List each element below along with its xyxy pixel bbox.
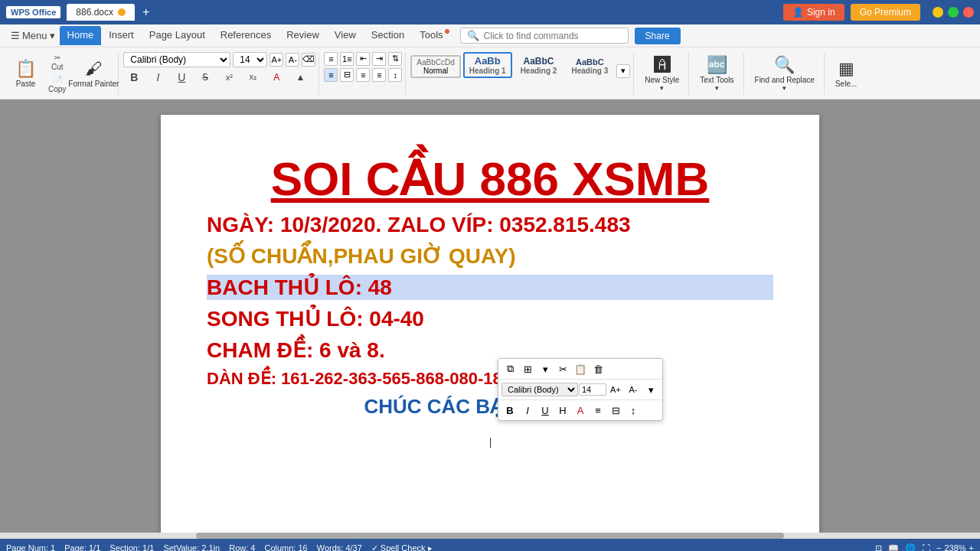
zoom-controls: − 238% + bbox=[936, 543, 974, 551]
style-normal[interactable]: AaBbCcDd Normal bbox=[410, 55, 460, 78]
font-size-select[interactable]: 14 bbox=[233, 52, 267, 67]
mini-delete-button[interactable]: 🗑 bbox=[590, 360, 606, 377]
style-heading1[interactable]: AaBb Heading 1 bbox=[463, 52, 512, 78]
underline-button[interactable]: U bbox=[171, 70, 192, 85]
style-heading3[interactable]: AaBbC Heading 3 bbox=[565, 54, 614, 78]
spell-check-area[interactable]: ✓ Spell Check ▸ bbox=[371, 543, 433, 552]
font-name-select[interactable]: Calibri (Body) bbox=[123, 52, 230, 67]
cut-button[interactable]: ✂ Cut bbox=[45, 52, 69, 73]
bullets-button[interactable]: ≡ bbox=[324, 52, 338, 66]
horizontal-scrollbar[interactable] bbox=[0, 533, 980, 539]
mini-underline-button[interactable]: U bbox=[537, 402, 554, 419]
copy-button[interactable]: 📄 Copy bbox=[45, 74, 69, 95]
tab-view[interactable]: View bbox=[327, 26, 364, 45]
tab-tools[interactable]: Tools bbox=[412, 26, 450, 45]
sign-in-button[interactable]: 👤 Sign in bbox=[783, 4, 844, 21]
tab-home[interactable]: Home bbox=[60, 26, 102, 45]
menu-button[interactable]: ☰ Menu ▾ bbox=[6, 28, 60, 43]
document-line5: CHAM ĐỀ: 6 và 8. bbox=[207, 337, 773, 363]
zoom-level: 238% bbox=[944, 543, 965, 551]
sort-button[interactable]: ⇅ bbox=[388, 52, 402, 66]
view-reading-icon[interactable]: 📖 bbox=[888, 543, 899, 552]
mini-align-left-button[interactable]: ≡ bbox=[590, 402, 606, 419]
justify-button[interactable]: ≡ bbox=[372, 68, 386, 82]
close-button[interactable] bbox=[963, 7, 974, 18]
new-style-icon: 🅰 bbox=[654, 55, 671, 75]
paste-button[interactable]: 📋 Paste bbox=[9, 56, 42, 91]
align-center-button[interactable]: ⊟ bbox=[340, 68, 354, 82]
zoom-out-button[interactable]: − bbox=[936, 543, 941, 551]
font-grow-button[interactable]: A+ bbox=[270, 53, 283, 67]
decrease-indent-button[interactable]: ⇤ bbox=[356, 52, 370, 66]
ribbon-tabs: ☰ Menu ▾ Home Insert Page Layout Referen… bbox=[0, 24, 980, 47]
maximize-button[interactable] bbox=[948, 7, 959, 18]
search-bar[interactable]: 🔍 bbox=[460, 28, 629, 44]
scroll-thumb[interactable] bbox=[196, 533, 784, 539]
strikethrough-button[interactable]: S̶ bbox=[194, 70, 216, 84]
align-left-button[interactable]: ≡ bbox=[324, 68, 338, 82]
search-input[interactable] bbox=[484, 31, 622, 41]
document-page[interactable]: SOI CẦU 886 XSMB NGÀY: 10/3/2020. ZALO V… bbox=[161, 115, 819, 533]
go-premium-button[interactable]: Go Premium bbox=[851, 4, 920, 21]
zoom-in-button[interactable]: + bbox=[969, 543, 974, 551]
select-icon: ▦ bbox=[838, 59, 854, 79]
mini-font-select[interactable]: Calibri (Body) bbox=[501, 383, 578, 396]
new-style-button[interactable]: 🅰 New Style ▾ bbox=[639, 52, 685, 95]
italic-button[interactable]: I bbox=[147, 70, 168, 85]
mini-cut-button[interactable]: ✂ bbox=[554, 360, 571, 377]
find-replace-button[interactable]: 🔍 Find and Replace ▾ bbox=[749, 52, 821, 95]
document-area[interactable]: SOI CẦU 886 XSMB NGÀY: 10/3/2020. ZALO V… bbox=[0, 99, 980, 533]
document-tab[interactable]: 886.docx bbox=[67, 4, 135, 21]
bold-button[interactable]: B bbox=[123, 70, 145, 85]
mini-more-button[interactable]: ▾ bbox=[642, 381, 659, 398]
cursor-indicator bbox=[490, 436, 491, 448]
subscript-button[interactable]: x₂ bbox=[242, 70, 263, 83]
cut-icon: ✂ bbox=[54, 54, 60, 62]
mini-copy-button[interactable]: ⧉ bbox=[501, 360, 518, 377]
view-normal-icon[interactable]: ⊡ bbox=[875, 543, 882, 552]
line-spacing-button[interactable]: ↕ bbox=[388, 68, 402, 82]
line2-text-left: (SỐ CHUẨN,PH bbox=[207, 244, 363, 268]
tab-insert[interactable]: Insert bbox=[101, 26, 142, 45]
share-button[interactable]: Share bbox=[635, 28, 681, 44]
format-painter-button[interactable]: 🖌 Format Painter bbox=[72, 56, 115, 91]
tab-references[interactable]: References bbox=[213, 26, 279, 45]
tab-section[interactable]: Section bbox=[364, 26, 412, 45]
highlight-button[interactable]: ▲ bbox=[289, 70, 311, 84]
increase-indent-button[interactable]: ⇥ bbox=[372, 52, 386, 66]
mini-shrink-button[interactable]: A- bbox=[625, 381, 642, 398]
tab-review[interactable]: Review bbox=[279, 26, 327, 45]
font-shrink-button[interactable]: A- bbox=[286, 53, 299, 67]
mini-paste-button[interactable]: 📋 bbox=[572, 360, 589, 377]
mini-options-button[interactable]: ▾ bbox=[537, 360, 554, 377]
font-color-button[interactable]: A bbox=[266, 70, 287, 84]
mini-grow-button[interactable]: A+ bbox=[607, 381, 624, 398]
mini-italic-button[interactable]: I bbox=[519, 402, 536, 419]
font-top-row: Calibri (Body) 14 A+ A- ⌫ bbox=[123, 52, 315, 67]
align-right-button[interactable]: ≡ bbox=[356, 68, 370, 82]
select-button[interactable]: ▦ Sele... bbox=[829, 56, 863, 91]
numbering-button[interactable]: 1≡ bbox=[340, 52, 354, 66]
superscript-button[interactable]: x² bbox=[218, 71, 240, 83]
new-tab-button[interactable]: + bbox=[138, 5, 154, 19]
view-web-icon[interactable]: 🌐 bbox=[905, 543, 916, 552]
styles-group: AaBbCcDd Normal AaBb Heading 1 AaBbC Hea… bbox=[407, 52, 634, 95]
fullscreen-icon[interactable]: ⛶ bbox=[922, 543, 930, 551]
style-heading2[interactable]: AaBbC Heading 2 bbox=[514, 53, 564, 78]
mini-size-input[interactable] bbox=[579, 383, 606, 396]
wps-logo[interactable]: WPS Office bbox=[6, 6, 60, 18]
styles-dropdown-button[interactable]: ▾ bbox=[616, 64, 630, 78]
mini-bold-button[interactable]: B bbox=[501, 402, 518, 419]
minimize-button[interactable] bbox=[933, 7, 943, 18]
mini-resize-button[interactable]: ⊞ bbox=[519, 360, 536, 377]
paragraph-align-row: ≡ ⊟ ≡ ≡ ↕ bbox=[324, 68, 402, 82]
mini-line-spacing-button[interactable]: ↕ bbox=[625, 402, 642, 419]
mini-align-center-button[interactable]: ⊟ bbox=[607, 402, 624, 419]
clear-format-button[interactable]: ⌫ bbox=[302, 53, 315, 67]
mini-font-color-button[interactable]: A bbox=[572, 402, 589, 419]
tab-close-dot[interactable] bbox=[118, 8, 126, 16]
line2-text-right: AU GIỜ QUAY) bbox=[363, 244, 515, 268]
tab-page-layout[interactable]: Page Layout bbox=[142, 26, 213, 45]
mini-highlight-button[interactable]: H bbox=[554, 402, 571, 419]
text-tools-button[interactable]: 🔤 Text Tools ▾ bbox=[694, 52, 740, 95]
